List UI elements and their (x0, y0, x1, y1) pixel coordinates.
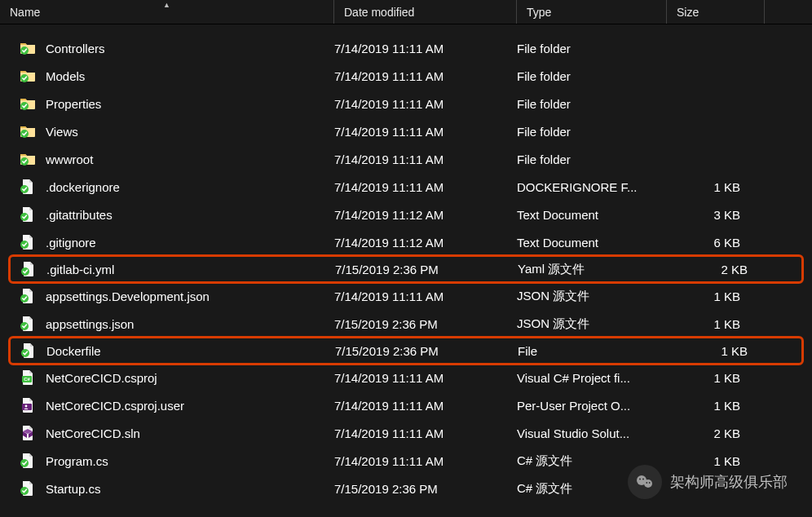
cell-size: 2 KB (667, 426, 765, 440)
svg-point-4 (646, 482, 647, 484)
cell-date: 7/14/2019 11:11 AM (334, 371, 517, 385)
svg-point-2 (639, 479, 641, 480)
file-row[interactable]: wwwroot7/14/2019 11:11 AMFile folder (0, 145, 812, 173)
cell-type: File (518, 344, 668, 358)
file-check-icon (20, 480, 36, 497)
sln-icon (20, 425, 36, 441)
cell-date: 7/14/2019 11:11 AM (334, 454, 517, 468)
cell-name: .gitattributes (0, 206, 334, 223)
file-check-icon (20, 234, 36, 250)
cell-name: .gitlab-ci.yml (11, 261, 335, 277)
cell-size: 1 KB (668, 344, 766, 358)
file-name-text: .gitlab-ci.yml (46, 263, 114, 276)
csproj-user-icon (20, 397, 36, 413)
cell-name: .gitignore (0, 234, 334, 250)
sort-ascending-icon: ▲ (163, 1, 170, 9)
column-header-name[interactable]: Name ▲ (0, 0, 334, 24)
file-check-icon (20, 261, 37, 277)
file-row[interactable]: appsettings.Development.json7/14/2019 11… (0, 282, 812, 310)
file-check-icon (20, 206, 36, 223)
file-row[interactable]: Views7/14/2019 11:11 AMFile folder (0, 117, 812, 145)
cell-type: File folder (517, 125, 667, 139)
wechat-icon (628, 465, 662, 499)
cell-date: 7/14/2019 11:12 AM (334, 236, 517, 250)
cell-name: .dockerignore (0, 179, 334, 195)
cell-name: wwwroot (0, 151, 334, 167)
cell-size: 6 KB (667, 236, 765, 250)
cell-name: Dockerfile (11, 342, 335, 359)
cell-type: DOCKERIGNORE F... (517, 180, 667, 194)
cell-date: 7/14/2019 11:11 AM (334, 152, 517, 166)
column-header-type[interactable]: Type (517, 0, 667, 24)
svg-point-5 (649, 482, 651, 484)
file-row[interactable]: appsettings.json7/15/2019 2:36 PMJSON 源文… (0, 310, 812, 338)
file-name-text: Models (46, 69, 85, 83)
column-label: Date modified (344, 6, 414, 19)
file-row[interactable]: Dockerfile7/15/2019 2:36 PMFile1 KB (8, 336, 804, 365)
file-row[interactable]: Models7/14/2019 11:11 AMFile folder (0, 62, 812, 90)
csproj-icon (20, 369, 36, 386)
cell-type: Visual Studio Solut... (517, 426, 667, 440)
cell-type: JSON 源文件 (517, 316, 667, 332)
cell-type: JSON 源文件 (517, 289, 667, 304)
cell-type: File folder (517, 69, 667, 83)
file-name-text: .dockerignore (46, 180, 120, 194)
column-header-date[interactable]: Date modified (334, 0, 517, 24)
cell-date: 7/14/2019 11:11 AM (334, 97, 517, 111)
cell-name: Controllers (0, 40, 334, 56)
cell-name: Startup.cs (0, 480, 334, 497)
cell-date: 7/14/2019 11:11 AM (334, 42, 517, 55)
folder-check-icon (20, 123, 36, 139)
file-check-icon (20, 453, 36, 469)
file-check-icon (20, 179, 36, 195)
file-name-text: NetCoreCICD.sln (46, 426, 140, 440)
file-row[interactable]: .gitlab-ci.yml7/15/2019 2:36 PMYaml 源文件2… (8, 254, 804, 284)
file-row[interactable]: .dockerignore7/14/2019 11:11 AMDOCKERIGN… (0, 173, 812, 201)
cell-name: Program.cs (0, 453, 334, 469)
file-check-icon (20, 288, 36, 304)
file-name-text: NetCoreCICD.csproj (46, 371, 157, 385)
cell-name: Models (0, 68, 334, 84)
cell-date: 7/14/2019 11:11 AM (334, 69, 517, 83)
file-row[interactable]: NetCoreCICD.sln7/14/2019 11:11 AMVisual … (0, 419, 812, 447)
cell-name: NetCoreCICD.csproj (0, 369, 334, 386)
cell-type: Text Document (517, 208, 667, 222)
cell-date: 7/15/2019 2:36 PM (335, 344, 518, 358)
cell-date: 7/14/2019 11:11 AM (334, 125, 517, 139)
svg-point-1 (644, 479, 652, 488)
cell-date: 7/14/2019 11:11 AM (334, 180, 517, 194)
file-row[interactable]: NetCoreCICD.csproj.user7/14/2019 11:11 A… (0, 391, 812, 419)
cell-date: 7/14/2019 11:11 AM (334, 399, 517, 413)
column-label: Name (10, 6, 40, 19)
cell-date: 7/14/2019 11:11 AM (334, 289, 517, 303)
file-name-text: .gitattributes (46, 208, 113, 222)
file-check-icon (20, 316, 36, 332)
file-row[interactable]: NetCoreCICD.csproj7/14/2019 11:11 AMVisu… (0, 364, 812, 391)
cell-type: Per-User Project O... (517, 399, 667, 413)
file-row[interactable]: .gitattributes7/14/2019 11:12 AMText Doc… (0, 201, 812, 228)
file-name-text: Properties (46, 97, 101, 111)
column-header-size[interactable]: Size (667, 0, 765, 24)
cell-size: 1 KB (667, 371, 765, 385)
folder-check-icon (20, 151, 36, 167)
cell-name: NetCoreCICD.sln (0, 425, 334, 441)
file-row[interactable]: Controllers7/14/2019 11:11 AMFile folder (0, 34, 812, 62)
file-check-icon (20, 342, 37, 359)
file-name-text: appsettings.json (46, 317, 134, 331)
cell-size: 1 KB (667, 180, 765, 194)
cell-name: NetCoreCICD.csproj.user (0, 397, 334, 413)
folder-check-icon (20, 40, 36, 56)
file-name-text: Controllers (46, 42, 105, 55)
file-name-text: Startup.cs (46, 482, 101, 496)
folder-check-icon (20, 95, 36, 112)
file-name-text: Dockerfile (46, 344, 101, 358)
file-row[interactable]: Properties7/14/2019 11:11 AMFile folder (0, 90, 812, 117)
cell-size: 1 KB (667, 289, 765, 303)
cell-name: Properties (0, 95, 334, 112)
file-row[interactable]: .gitignore7/14/2019 11:12 AMText Documen… (0, 228, 812, 256)
svg-point-3 (642, 479, 644, 480)
cell-name: Views (0, 123, 334, 139)
cell-name: appsettings.Development.json (0, 288, 334, 304)
folder-check-icon (20, 68, 36, 84)
cell-type: Visual C# Project fi... (517, 371, 667, 385)
